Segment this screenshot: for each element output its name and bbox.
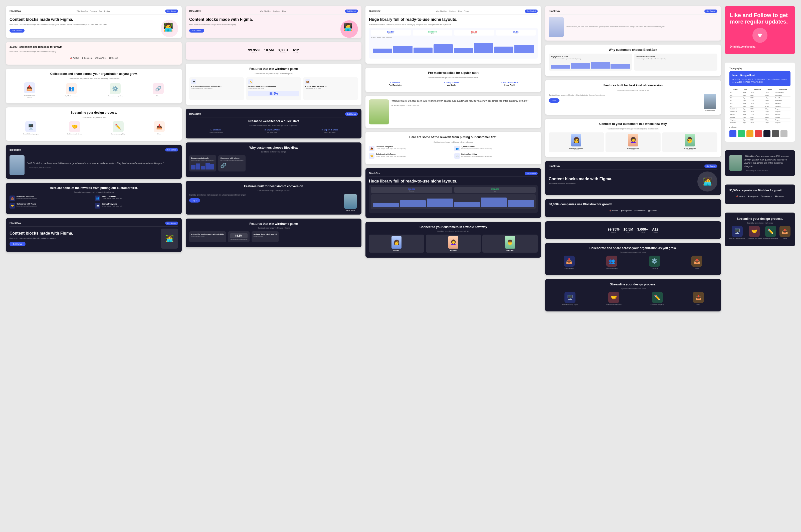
dark-illus-shape-1: 📥 [564, 255, 575, 267]
like-title: Like and Follow to get more regular upda… [730, 12, 790, 25]
right-dark-t-text: "With BlockBox, we have seen 30% revenue… [744, 155, 790, 171]
stats-section-title: 30,000+ companies use Blockbox for growt… [9, 45, 178, 48]
eng-text-1: Lorem tempor mollit culpa velit sint [191, 159, 214, 161]
reward-icon-l3: 🤝 [369, 153, 375, 159]
typo-row-sub1: Subtitle 118px150%27pxRegular [729, 108, 790, 110]
nav-link-l4[interactable]: Pricing [464, 10, 469, 12]
collab-illustrations: 📥 Download Files 3,000+ 1 👥 1,485+ Custo… [9, 82, 178, 98]
nav-link-l3[interactable]: Blog [458, 10, 462, 12]
collab-dark-illustrations: 📥 Download Files 👥 1,485 Customers ⚙️ Cu… [549, 255, 718, 270]
card-collab: Colleborate and share across your organi… [6, 69, 182, 103]
reward-item-2: 👥 1,485 Customers Lorem tempor mollit cu… [95, 195, 178, 201]
card-premade-dark: BlockBox Get Started Pre-made websites f… [186, 109, 361, 138]
features-dark-profile: Master Miguel [343, 194, 358, 211]
step-num-1: 1. Discover [209, 129, 223, 131]
nav-link-pink-3[interactable]: Blog [282, 10, 286, 12]
eng-text-2: Lorem tempor mollit culpa velit sint [220, 159, 243, 161]
dark-library-btn[interactable]: Get Started [525, 172, 538, 175]
reward-icon-l1: 📥 [369, 146, 375, 151]
dark-premade-logo: BlockBox [189, 113, 201, 115]
nav-cta-btn[interactable]: Get Started [165, 10, 178, 13]
typo-td-h5-h: 29px [764, 102, 774, 105]
dark-circle-btn[interactable]: Get Started [704, 165, 718, 168]
dark-dash-2: $880,000 Total [454, 187, 536, 193]
dark-premade-btn[interactable]: Get Started [345, 112, 358, 116]
reward-light-1: 📥 Download Templates Lorem tempor mollit… [369, 146, 452, 151]
illus-shape-customize: ⚙️ [110, 83, 121, 94]
typo-td-h1-ls: Normal Bold [774, 91, 790, 94]
testimonial-large-layout: "With BlockBox, we have seen 30% revenue… [369, 99, 538, 125]
premade-sub: Duis dolor hor amet culpa dolor velit am… [189, 125, 358, 126]
typo-td-h3-lh: 120% [749, 97, 764, 99]
nav-link-pink-1[interactable]: Why BlockBox [260, 10, 271, 12]
library-hero-title: Huge library full of ready-to-use niche … [369, 17, 538, 22]
pink-hero-layout: Content blocks made with Figma. Build be… [189, 17, 358, 35]
right-dark-logo-1: 📣 AdRoll [736, 195, 745, 197]
reward-text-l2: 1,485 Customers Lorem tempor mollit culp… [461, 146, 492, 150]
dark-illus-lbl-4: Share [691, 268, 702, 270]
step-title-l2: Use Easily [444, 84, 459, 86]
illus-download: 📥 Download Files 3,000+ 1 [24, 82, 35, 98]
dark-nav-library: BlockBox Get Started [369, 172, 538, 177]
illus-share2-label: Share [154, 133, 165, 135]
main-grid: BlockBox Why BlockBox Features Blog Pric… [0, 0, 801, 318]
dark-nav-btn-c[interactable]: Get Started [165, 222, 178, 225]
dark-cta-main[interactable]: Get Started [9, 242, 25, 246]
features-dark-btn[interactable]: Try it [189, 198, 200, 203]
reward-title-l3: Collaborate with Teams [376, 153, 406, 155]
wf-dark-text-3: For Web-Uh.ai [253, 235, 277, 237]
premade-light-sub: Duis dolor hor amet culpa dolor velit am… [369, 77, 538, 79]
column-2: BlockBox Why BlockBox Features Blog Get … [186, 6, 361, 311]
features-built-btn[interactable]: Try it [549, 98, 559, 103]
features-built-title: Features built for best kind of conversi… [549, 83, 718, 87]
typo-td-h4-size: 32px [742, 99, 749, 102]
typo-td-h4-h: 38px [764, 99, 774, 102]
dark-streamline-1: 🖥️ Beautiful landing pages [562, 292, 578, 306]
stat-label-users: Users [264, 52, 274, 54]
nav-link-pink-2[interactable]: Features [273, 10, 280, 12]
typo-td-h2-name: H2 [729, 94, 742, 97]
features-dark-title: Features built for best kind of conversi… [189, 185, 358, 188]
typo-td-b1-h: 24px [764, 113, 774, 116]
dark-dash-val-1: $12,500 [373, 188, 451, 190]
dark-streamline-3: ✏️ Customize everything [650, 292, 665, 306]
dash-lbl-1: Revenue [373, 33, 409, 35]
dark-logo-row: 📣 AdRoll ◉ Segment ⬡ SaasFirst ▣ Closeit [549, 208, 718, 214]
dark-content-layout: Content blocks made with Figma. Build be… [9, 229, 178, 249]
nav-link-l2[interactable]: Features [449, 10, 456, 12]
typo-td-h5-lh: 120% [749, 102, 764, 105]
nav-link-pricing[interactable]: Pricing [104, 10, 110, 12]
right-dark-t-layout: "With BlockBox, we have seen 30% revenue… [729, 155, 790, 171]
nav-cta-library[interactable]: Get Started [525, 10, 538, 13]
card-stats-dark: 99.95% Uptime 10.5M Users 3,000+ Project… [545, 221, 721, 239]
nav-logo: BlockBox [9, 10, 21, 13]
testimonial-author-dark: — Master Miguel, CEO ⊕ SaasFirst [27, 167, 164, 169]
nav-link-features[interactable]: Features [90, 10, 97, 12]
dark-circle-logo: BlockBox [549, 165, 560, 168]
typo-td-h3-h: 48px [764, 97, 774, 99]
pink-hero-btn[interactable]: Get Started [189, 29, 204, 33]
typo-td-over-size: 10px [742, 121, 749, 124]
typo-td-h6-name: H6 [729, 105, 742, 108]
nav-link-blog[interactable]: Blog [99, 10, 102, 12]
like-link[interactable]: Dribbble.com/yousha [730, 45, 790, 48]
nav-cta-pink[interactable]: Get Started [345, 10, 358, 13]
hero-btn-1[interactable]: Get Started [9, 29, 24, 33]
wf-dark-items: A beautiful landing page, without skills… [189, 231, 358, 242]
colors-section: Colors [729, 126, 790, 137]
nav-link-why[interactable]: Why BlockBox [77, 10, 88, 12]
nav-link-l1[interactable]: Why BlockBox [436, 10, 447, 12]
typo-td-h6-lh: 120% [749, 105, 764, 108]
connect-person-role-2: Global [607, 149, 659, 150]
dark-nav-btn-t[interactable]: Get Started [165, 148, 178, 151]
features-built-profile: Master Miguel [702, 94, 718, 111]
column-1: BlockBox Why BlockBox Features Blog Pric… [6, 6, 182, 311]
features-built-layout: Cupidatat lorem tempor mollit culpa veli… [549, 94, 718, 111]
rewards-light-title: Here are some of the rewards from puttin… [369, 135, 538, 139]
reward-item-4: ☁️ BackupEverything Lorem tempor mollit … [95, 203, 178, 209]
logo-row: 📣 AdRoll ◉ Segment ⬡ SaasFirst ▣ Closeit [9, 55, 178, 61]
testimonial-quote: "With BlockBox, we have seen 30% revenue… [392, 99, 528, 103]
nav-btn-person[interactable]: Get Started [704, 10, 718, 13]
right-dark-streamline: Streamline your design process. Cupidata… [725, 212, 795, 246]
right-dark-stats: 30,000+ companies use Blockbox for growt… [725, 185, 795, 204]
